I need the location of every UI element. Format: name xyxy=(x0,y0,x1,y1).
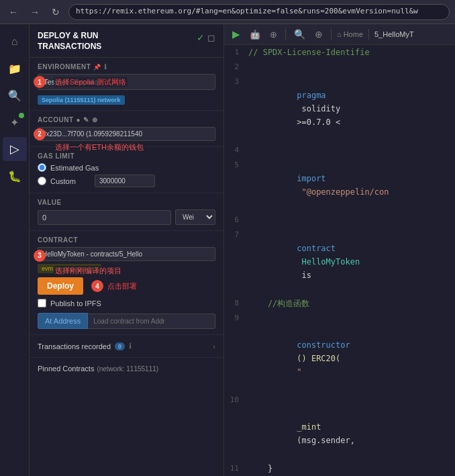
compile-icon: ✦ xyxy=(10,116,19,129)
deploy-panel: DEPLOY & RUN TRANSACTIONS ✓ ◻ ENVIRONMEN… xyxy=(30,24,224,476)
forward-button[interactable]: → xyxy=(27,5,43,19)
at-address-button[interactable]: At Address xyxy=(38,313,88,329)
deploy-button[interactable]: Deploy xyxy=(38,277,83,295)
line-code-10: _mint (msg.sender, xyxy=(246,393,355,461)
code-line-1: 1 // SPDX-License-Identifie xyxy=(224,45,455,60)
line-num-2: 2 xyxy=(224,60,246,74)
account-section: ACCOUNT ● ✎ ⊕ 2 选择一个有ETH余额的钱包 xyxy=(30,111,223,147)
toggle-icon[interactable]: ⊕ xyxy=(267,28,280,41)
line-code-9: constructor () ERC20( " xyxy=(246,312,350,392)
code-area: ▶ 🤖 ⊕ 🔍 ⊕ ⌂ Home 5_HelloMyT 1 // SPDX-Li… xyxy=(224,24,455,476)
line-code-11: } xyxy=(246,462,272,475)
line-code-1: // SPDX-License-Identifie xyxy=(246,46,370,59)
deploy-row: Deploy 4 点击部署 xyxy=(38,277,215,295)
annotation-4-text: 点击部署 xyxy=(107,281,137,291)
line-num-4: 4 xyxy=(224,144,246,157)
tx-info-icon[interactable]: ℹ xyxy=(129,342,132,350)
code-line-8: 8 //构造函数 xyxy=(224,296,455,311)
deploy-icon: ▷ xyxy=(10,142,19,156)
code-line-5: 5 import "@openzeppelin/con xyxy=(224,158,455,213)
robot-icon[interactable]: 🤖 xyxy=(247,28,263,41)
home-icon: ⌂ xyxy=(11,36,18,48)
line-num-7: 7 xyxy=(224,228,246,242)
tx-chevron-icon[interactable]: › xyxy=(213,342,215,350)
annotation-3-circle: 3 xyxy=(34,250,46,262)
gas-radio-group: Estimated Gas Custom xyxy=(38,163,215,187)
estimated-gas-label: Estimated Gas xyxy=(50,164,99,172)
contract-input[interactable] xyxy=(38,247,215,261)
line-num-10: 10 xyxy=(224,393,246,407)
annotation-2-text: 选择一个有ETH余额的钱包 xyxy=(54,142,145,152)
publish-row: Publish to IPFS xyxy=(38,299,215,307)
home-nav-label: Home xyxy=(344,30,363,38)
sidebar-item-search[interactable]: 🔍 xyxy=(3,83,27,107)
sidebar-item-files[interactable]: 📁 xyxy=(3,56,27,81)
code-line-6: 6 xyxy=(224,213,455,228)
url-bar[interactable]: https://remix.ethereum.org/#lang=en&opti… xyxy=(68,4,450,20)
transactions-row[interactable]: Transactions recorded 0 ℹ › xyxy=(30,335,223,358)
annotation-1-circle: 1 xyxy=(34,76,46,88)
back-button[interactable]: ← xyxy=(5,5,21,19)
pinned-network: (network: 11155111) xyxy=(97,365,158,373)
zoom-in-button[interactable]: ⊕ xyxy=(312,28,325,41)
search-icon: 🔍 xyxy=(8,89,21,102)
account-input[interactable] xyxy=(38,127,215,141)
unit-select[interactable]: Wei Gwei Finney Ether xyxy=(175,209,215,225)
transactions-label: Transactions recorded xyxy=(38,342,111,350)
account-edit-icon[interactable]: ✎ xyxy=(83,116,89,124)
account-label: ACCOUNT ● ✎ ⊕ xyxy=(38,116,215,124)
sidebar-item-deploy[interactable]: ▷ xyxy=(3,137,27,161)
publish-checkbox[interactable] xyxy=(38,299,46,307)
account-copy-icon[interactable]: ⊕ xyxy=(92,116,98,124)
contract-section: CONTRACT 3 选择刚刚编译的项目 evm version: cancun… xyxy=(30,231,223,335)
tab-file-label[interactable]: 5_HelloMyT xyxy=(374,30,414,38)
line-code-8: //构造函数 xyxy=(246,297,309,310)
annotation-3-text: 选择刚刚编译的项目 xyxy=(54,266,123,276)
home-nav[interactable]: ⌂ Home xyxy=(337,30,363,38)
estimated-gas-row: Estimated Gas xyxy=(38,163,215,172)
custom-gas-input[interactable] xyxy=(95,175,155,187)
value-section: VALUE Wei Gwei Finney Ether xyxy=(30,193,223,231)
account-plus-icon[interactable]: ● xyxy=(77,116,81,124)
pinned-label: Pinned Contracts xyxy=(38,365,94,373)
value-row: Wei Gwei Finney Ether xyxy=(38,209,215,225)
custom-gas-radio[interactable] xyxy=(38,177,46,185)
estimated-gas-radio[interactable] xyxy=(38,163,46,172)
toolbar-separator-2 xyxy=(331,29,332,40)
sidebar-item-debug[interactable]: 🐛 xyxy=(3,164,27,188)
line-code-3: pragma solidity >=0.7.0 < xyxy=(246,75,346,142)
icon-sidebar: ⌂ 📁 🔍 ✦ ▷ 🐛 xyxy=(0,24,30,476)
stop-icon[interactable]: ◻ xyxy=(207,32,215,43)
line-num-11: 11 xyxy=(224,462,246,475)
code-line-11: 11 } xyxy=(224,461,455,476)
code-line-7: 7 contract HelloMyToken is xyxy=(224,228,455,296)
panel-title: DEPLOY & RUN TRANSACTIONS xyxy=(38,31,101,52)
sidebar-item-home[interactable]: ⌂ xyxy=(3,30,27,54)
line-num-6: 6 xyxy=(224,213,246,227)
refresh-button[interactable]: ↻ xyxy=(48,5,63,19)
environment-info-icon[interactable]: ℹ xyxy=(104,63,107,70)
gas-limit-section: GAS LIMIT Estimated Gas Custom xyxy=(30,147,223,193)
annotation-1-text: 选择Sepolia 测试网络 xyxy=(54,77,128,87)
toolbar-separator-3 xyxy=(368,29,369,40)
value-input[interactable] xyxy=(38,210,171,225)
sidebar-item-compile[interactable]: ✦ xyxy=(3,110,27,134)
value-label: VALUE xyxy=(38,199,215,206)
line-num-5: 5 xyxy=(224,158,246,172)
line-num-3: 3 xyxy=(224,75,246,89)
at-address-input[interactable] xyxy=(88,314,215,329)
code-content[interactable]: 1 // SPDX-License-Identifie 2 3 pragma s… xyxy=(224,45,455,476)
play-button[interactable]: ▶ xyxy=(230,27,243,42)
annotation-2-circle: 2 xyxy=(34,128,46,140)
line-code-7: contract HelloMyToken is xyxy=(246,228,360,295)
line-code-5: import "@openzeppelin/con xyxy=(246,158,389,212)
line-num-8: 8 xyxy=(224,297,246,310)
publish-label: Publish to IPFS xyxy=(50,299,101,307)
contract-label: CONTRACT xyxy=(38,236,215,244)
code-line-3: 3 pragma solidity >=0.7.0 < xyxy=(224,75,455,143)
zoom-out-button[interactable]: 🔍 xyxy=(291,28,308,41)
annotation-4-circle: 4 xyxy=(91,280,103,292)
files-icon: 📁 xyxy=(8,62,21,75)
network-badge: Sepolia (11155111) network xyxy=(38,95,125,105)
check-icon[interactable]: ✓ xyxy=(197,32,205,43)
